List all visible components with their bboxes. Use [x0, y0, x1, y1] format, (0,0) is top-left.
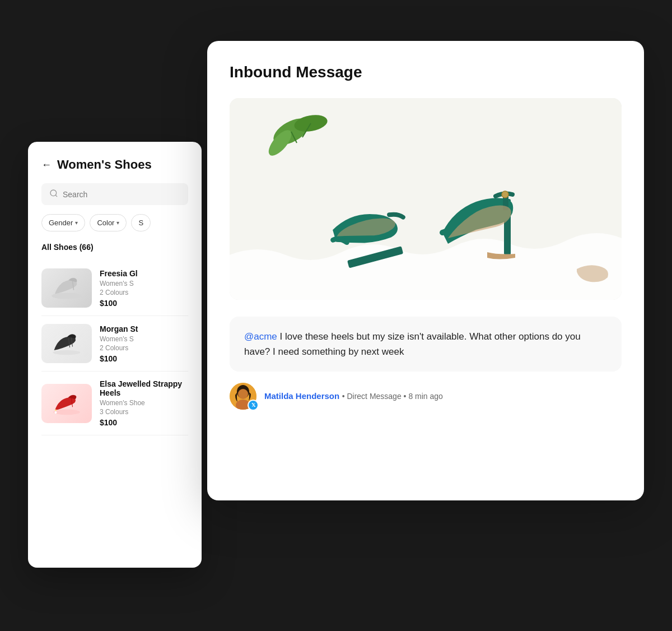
- product-colours: 3 Colours: [100, 408, 188, 416]
- panel-title: Women's Shoes: [57, 157, 152, 172]
- chevron-down-icon: ▾: [75, 220, 78, 226]
- product-price: $100: [100, 299, 188, 308]
- product-price: $100: [100, 354, 188, 363]
- product-info: Morgan St Women's S 2 Colours $100: [100, 324, 188, 363]
- product-price: $100: [100, 418, 188, 427]
- product-panel: ← Women's Shoes Gender ▾ Color ▾ S: [28, 142, 202, 568]
- list-item[interactable]: Freesia Gl Women's S 2 Colours $100: [41, 261, 188, 316]
- sender-name[interactable]: Matilda Henderson: [264, 391, 339, 401]
- svg-point-23: [238, 389, 248, 399]
- message-body: I love these heels but my size isn't ava…: [244, 331, 581, 357]
- product-list: Freesia Gl Women's S 2 Colours $100: [41, 261, 188, 435]
- product-category: Women's Shoe: [100, 399, 188, 407]
- product-image: [230, 98, 622, 300]
- svg-point-9: [54, 411, 57, 414]
- message-panel: Inbound Message: [207, 41, 644, 500]
- gender-filter[interactable]: Gender ▾: [41, 214, 85, 231]
- svg-point-4: [53, 350, 81, 355]
- svg-point-2: [52, 293, 81, 299]
- product-name: Morgan St: [100, 324, 188, 333]
- message-bubble: @acme I love these heels but my size isn…: [230, 317, 622, 372]
- product-colours: 2 Colours: [100, 344, 188, 352]
- list-item[interactable]: Elsa Jewelled Strappy Heels Women's Shoe…: [41, 372, 188, 435]
- product-category: Women's S: [100, 335, 188, 343]
- product-name: Elsa Jewelled Strappy Heels: [100, 379, 188, 397]
- mention-tag: @acme: [244, 331, 277, 342]
- back-arrow-icon[interactable]: ←: [41, 159, 52, 171]
- twitter-icon: 𝕏: [251, 402, 255, 408]
- svg-point-0: [50, 190, 57, 196]
- svg-line-1: [55, 195, 57, 197]
- back-navigation[interactable]: ← Women's Shoes: [41, 157, 188, 172]
- color-filter[interactable]: Color ▾: [90, 214, 127, 231]
- filter-row: Gender ▾ Color ▾ S: [41, 214, 188, 231]
- product-name: Freesia Gl: [100, 269, 188, 278]
- sender-info: Matilda Henderson • Direct Message • 8 m…: [264, 391, 443, 401]
- message-meta: 𝕏 Matilda Henderson • Direct Message • 8…: [230, 383, 622, 410]
- product-thumbnail: [41, 324, 92, 363]
- message-source: • Direct Message • 8 min ago: [342, 392, 443, 401]
- product-category: Women's S: [100, 280, 188, 287]
- chevron-down-icon: ▾: [116, 220, 119, 226]
- product-thumbnail: [41, 384, 92, 423]
- twitter-badge: 𝕏: [248, 400, 259, 411]
- list-item[interactable]: Morgan St Women's S 2 Colours $100: [41, 316, 188, 372]
- search-input[interactable]: [63, 190, 180, 199]
- all-shoes-count: All Shoes (66): [41, 243, 188, 252]
- svg-point-19: [502, 191, 508, 198]
- svg-point-7: [53, 409, 80, 415]
- product-info: Freesia Gl Women's S 2 Colours $100: [100, 269, 188, 308]
- product-info: Elsa Jewelled Strappy Heels Women's Shoe…: [100, 379, 188, 427]
- product-colours: 2 Colours: [100, 289, 188, 296]
- search-icon: [49, 189, 58, 199]
- page-title: Inbound Message: [230, 63, 622, 81]
- avatar-container: 𝕏: [230, 383, 256, 410]
- svg-point-10: [55, 409, 57, 411]
- size-filter[interactable]: S: [131, 214, 151, 231]
- product-thumbnail: [41, 268, 92, 308]
- search-bar[interactable]: [41, 183, 188, 205]
